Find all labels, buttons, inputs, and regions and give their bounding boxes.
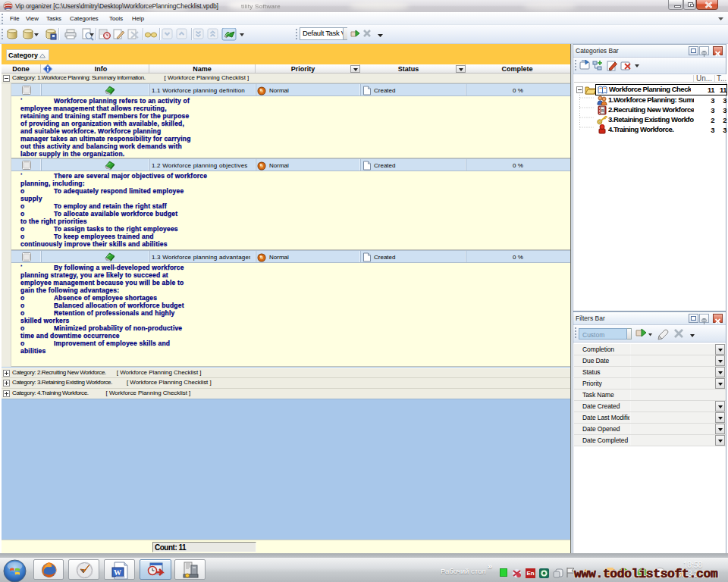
svg-text:B: B [601, 108, 604, 113]
svg-text:W: W [114, 568, 121, 577]
